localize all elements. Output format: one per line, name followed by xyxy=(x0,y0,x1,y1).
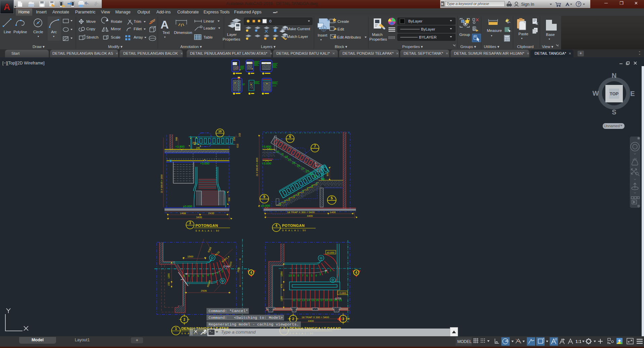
svg-text:16: 16 xyxy=(316,298,319,302)
svg-text:1200: 1200 xyxy=(168,273,170,279)
svg-text:5: 5 xyxy=(331,196,333,200)
svg-text:3: 3 xyxy=(319,272,321,276)
svg-text:5: 5 xyxy=(311,274,313,277)
svg-text:18 TRAP X 300 = 5400: 18 TRAP X 300 = 5400 xyxy=(302,316,329,319)
svg-text:±0.000: ±0.000 xyxy=(327,251,334,254)
svg-text:1200: 1200 xyxy=(280,296,283,301)
svg-text:21 X 189.95 = 4000: 21 X 189.95 = 4000 xyxy=(256,157,258,176)
svg-text:8: 8 xyxy=(188,274,190,278)
svg-text:240: 240 xyxy=(196,147,200,149)
svg-text:+3.800: +3.800 xyxy=(175,145,185,148)
svg-text:7: 7 xyxy=(307,187,308,190)
svg-text:11: 11 xyxy=(292,298,295,302)
svg-text:1: 1 xyxy=(222,269,223,273)
svg-text:1: 1 xyxy=(330,268,331,272)
svg-text:POTONGAN: POTONGAN xyxy=(282,223,305,228)
svg-text:POTONGAN: POTONGAN xyxy=(195,223,218,228)
svg-text:S K A L A 1 : 50: S K A L A 1 : 50 xyxy=(282,229,306,232)
svg-text:2926: 2926 xyxy=(201,289,207,292)
svg-text:4: 4 xyxy=(315,274,317,277)
svg-text:2: 2 xyxy=(217,271,219,275)
svg-text:150: 150 xyxy=(168,282,170,286)
svg-text:9: 9 xyxy=(263,195,265,199)
svg-text:8: 8 xyxy=(297,274,299,277)
svg-text:Unnamed: Unnamed xyxy=(604,124,620,128)
svg-text:19: 19 xyxy=(329,298,332,302)
svg-text:15: 15 xyxy=(311,298,315,302)
svg-text:3: 3 xyxy=(342,317,344,321)
svg-text:17: 17 xyxy=(288,158,291,161)
svg-text:13: 13 xyxy=(302,298,305,302)
svg-text:S: S xyxy=(612,108,616,116)
svg-text:7: 7 xyxy=(302,274,304,277)
svg-text:900: 900 xyxy=(228,197,230,201)
svg-text:6: 6 xyxy=(306,274,308,277)
svg-text:W: W xyxy=(593,90,599,97)
svg-text:17: 17 xyxy=(320,298,324,302)
svg-text:2: 2 xyxy=(183,318,185,321)
svg-text:12: 12 xyxy=(297,298,301,302)
svg-text:18: 18 xyxy=(285,155,288,158)
svg-text:4400: 4400 xyxy=(308,319,314,322)
svg-text:1: 1 xyxy=(279,202,281,205)
svg-text:2: 2 xyxy=(325,270,326,274)
svg-text:2435: 2435 xyxy=(208,212,214,215)
svg-text:988: 988 xyxy=(175,137,178,141)
svg-text:TOP: TOP xyxy=(610,91,619,96)
svg-text:1:1: 1:1 xyxy=(576,339,582,344)
svg-text:6: 6 xyxy=(302,189,304,193)
svg-text:18: 18 xyxy=(325,298,328,302)
svg-text:1200: 1200 xyxy=(229,261,232,267)
svg-text:250: 250 xyxy=(192,142,196,144)
svg-text:4: 4 xyxy=(275,224,277,228)
svg-text:+3.800: +3.800 xyxy=(338,292,346,295)
svg-text:10: 10 xyxy=(218,130,222,133)
svg-text:+3.000: +3.000 xyxy=(200,162,210,165)
svg-text:1: 1 xyxy=(175,327,177,331)
svg-text:5: 5 xyxy=(297,192,299,195)
svg-text:3: 3 xyxy=(212,272,214,276)
svg-text:+3.000: +3.000 xyxy=(262,162,271,165)
svg-text:1500: 1500 xyxy=(187,255,193,258)
svg-text:1468: 1468 xyxy=(180,212,186,215)
svg-text:102: 102 xyxy=(238,133,241,137)
svg-text:8: 8 xyxy=(311,184,313,188)
svg-text:[−][Top][2D Wireframe]: [−][Top][2D Wireframe] xyxy=(2,61,44,65)
svg-text:250: 250 xyxy=(233,137,235,141)
svg-text:7: 7 xyxy=(314,144,316,148)
svg-text:14: 14 xyxy=(307,298,310,302)
svg-text:1200: 1200 xyxy=(280,271,283,277)
svg-text:900: 900 xyxy=(326,172,329,176)
svg-text:9: 9 xyxy=(293,274,295,277)
svg-text:4: 4 xyxy=(355,271,357,275)
svg-text:470: 470 xyxy=(280,284,283,288)
svg-text:6: 6 xyxy=(197,274,199,278)
svg-text:TR: TR xyxy=(337,297,341,300)
svg-text:4400: 4400 xyxy=(307,214,313,217)
svg-text:10: 10 xyxy=(288,274,292,277)
svg-text:N: N xyxy=(612,72,616,79)
svg-text:3: 3 xyxy=(288,197,290,200)
svg-text:21 X 189.95 = 2000: 21 X 189.95 = 2000 xyxy=(160,174,163,193)
svg-text:±0.000: ±0.000 xyxy=(261,204,270,207)
svg-text:1400: 1400 xyxy=(330,211,336,214)
svg-text:5: 5 xyxy=(202,274,204,278)
svg-text:4: 4 xyxy=(293,194,295,198)
svg-text:19: 19 xyxy=(280,152,284,156)
svg-text:4: 4 xyxy=(207,274,209,277)
svg-text:2: 2 xyxy=(284,199,286,203)
svg-text:15: 15 xyxy=(297,164,300,167)
svg-text:2: 2 xyxy=(292,317,294,321)
svg-text:3: 3 xyxy=(189,221,191,225)
svg-text:18 TRAP X 300 = 5400: 18 TRAP X 300 = 5400 xyxy=(287,211,315,214)
svg-text:21: 21 xyxy=(269,147,272,151)
svg-text:13: 13 xyxy=(306,169,309,173)
svg-text:9: 9 xyxy=(183,274,185,278)
svg-text:E: E xyxy=(630,90,635,97)
svg-text:3495: 3495 xyxy=(196,216,202,219)
svg-text:7: 7 xyxy=(193,274,194,278)
svg-text:6: 6 xyxy=(289,135,291,139)
svg-text:4: 4 xyxy=(250,271,252,275)
svg-text:S K A L A 1 : 50: S K A L A 1 : 50 xyxy=(195,230,220,232)
svg-text:16: 16 xyxy=(292,161,295,164)
